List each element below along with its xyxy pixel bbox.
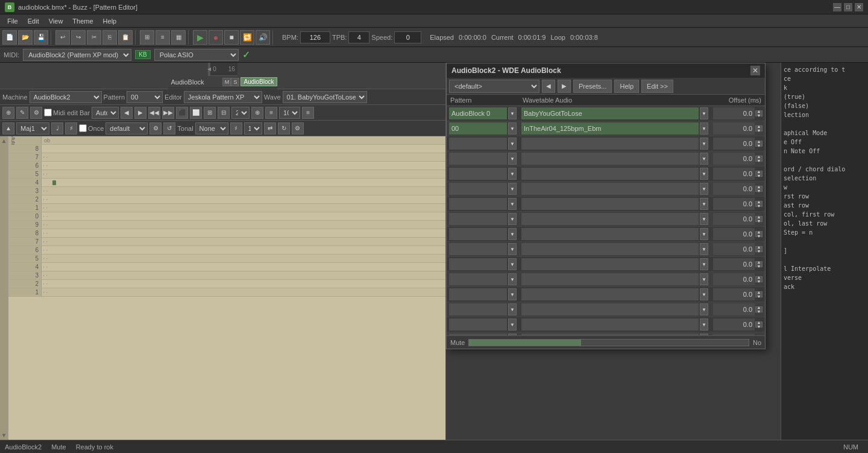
note-tb-btn-9[interactable]: ⬜	[190, 107, 202, 119]
audioblock-m-btn[interactable]: M	[222, 78, 231, 86]
wavetable-select-7[interactable]	[521, 213, 699, 225]
redo-button[interactable]: ↪	[71, 30, 86, 45]
save-button[interactable]: 💾	[34, 30, 48, 45]
note-row-cells-1[interactable]: · ·	[42, 153, 445, 161]
stop-button[interactable]: ■	[224, 30, 239, 45]
pattern-dropdown-4[interactable]: ▼	[508, 168, 517, 180]
offset-spin-6[interactable]: ▲▼	[755, 201, 763, 207]
offset-value-12[interactable]: 0.0	[713, 288, 755, 300]
pattern-view-button[interactable]: ▦	[171, 30, 186, 45]
editor-select[interactable]: Jeskola Pattern XP	[184, 91, 262, 103]
default-select[interactable]: default	[105, 122, 148, 135]
note-row-cells-10[interactable]: · ·	[42, 229, 445, 237]
pattern-select-2[interactable]	[449, 138, 507, 150]
audioblock-pattern-cell[interactable]: AudioBlock	[241, 77, 277, 86]
wavetable-select-4[interactable]	[521, 168, 699, 180]
presets-button[interactable]: Presets...	[573, 80, 612, 93]
offset-spin-9[interactable]: ▲▼	[755, 246, 763, 252]
offset-spin-11[interactable]: ▲▼	[755, 276, 763, 282]
offset-spin-1[interactable]: ▲▼	[755, 125, 763, 131]
offset-value-9[interactable]: 0.0	[713, 243, 755, 255]
wavetable-select-9[interactable]	[521, 243, 699, 255]
settings-btn[interactable]: ⚙	[292, 122, 304, 135]
wavetable-dropdown-9[interactable]: ▼	[700, 243, 708, 255]
sharp-btn[interactable]: ♯	[65, 122, 77, 135]
note-tb-btn-3[interactable]: ⚙	[30, 107, 42, 119]
wavetable-dropdown-10[interactable]: ▼	[700, 258, 708, 270]
note-tb-btn-2[interactable]: ✎	[16, 107, 28, 119]
offset-value-11[interactable]: 0.0	[713, 273, 755, 285]
pattern-dropdown-2[interactable]: ▼	[508, 138, 517, 150]
note-num-select[interactable]: 10	[279, 107, 300, 119]
offset-value-0[interactable]: 0.0	[713, 107, 755, 119]
note-row-cells-8[interactable]: · ·	[42, 212, 445, 220]
menu-file[interactable]: File	[2, 16, 23, 26]
pattern-select-15[interactable]	[449, 334, 507, 335]
wavetable-select-12[interactable]	[521, 288, 699, 300]
pattern-select-5[interactable]	[449, 183, 507, 195]
pattern-select-3[interactable]	[449, 153, 507, 165]
wavetable-select-13[interactable]	[521, 303, 699, 315]
bar-select[interactable]: Auto	[92, 107, 119, 119]
note-row-cells-15[interactable]: · ·	[42, 271, 445, 279]
pattern-dropdown-3[interactable]: ▼	[508, 153, 517, 165]
pattern-dropdown-12[interactable]: ▼	[508, 288, 517, 300]
wavetable-dropdown-11[interactable]: ▼	[700, 273, 708, 285]
offset-value-6[interactable]: 0.0	[713, 198, 755, 210]
offset-spin-3[interactable]: ▲▼	[755, 156, 763, 162]
offset-spin-4[interactable]: ▲▼	[755, 171, 763, 177]
pattern-dropdown-15[interactable]: ▼	[508, 334, 517, 335]
offset-spin-2[interactable]: ▲▼	[755, 141, 763, 147]
note-qty-select[interactable]: 2	[231, 107, 250, 119]
pattern-select-13[interactable]	[449, 303, 507, 315]
once-check[interactable]	[79, 124, 87, 132]
note-tb-btn-4[interactable]: ◀	[121, 107, 133, 119]
note-row-cells-4[interactable]	[42, 179, 445, 186]
note-row-cells-11[interactable]: · ·	[42, 238, 445, 246]
wavetable-dropdown-5[interactable]: ▼	[700, 183, 708, 195]
menu-edit[interactable]: Edit	[23, 16, 44, 26]
note-grid-scroll[interactable]: Mute ob 87· ·6· ·5· ·43· ·2· ·1· ·0· ·9·…	[8, 136, 445, 440]
seq-view-button[interactable]: ≡	[156, 30, 170, 45]
asio-select[interactable]: Polac ASIO	[154, 49, 239, 61]
menu-view[interactable]: View	[44, 16, 68, 26]
preset-nav-left[interactable]: ◀	[542, 80, 555, 93]
pattern-dropdown-13[interactable]: ▼	[508, 303, 517, 315]
preset-nav-right[interactable]: ▶	[558, 80, 571, 93]
play-from-btn[interactable]: ↻	[278, 122, 290, 135]
wavetable-dropdown-15[interactable]: ▼	[700, 334, 708, 335]
sync-btn[interactable]: ⇄	[264, 122, 276, 135]
wavetable-dropdown-7[interactable]: ▼	[700, 213, 708, 225]
cut-button[interactable]: ✂	[87, 30, 101, 45]
note-tb-btn-11[interactable]: ⊟	[218, 107, 230, 119]
note-tb-btn-6[interactable]: ◀◀	[148, 107, 160, 119]
wavetable-dropdown-14[interactable]: ▼	[700, 318, 708, 331]
wavetable-select-11[interactable]	[521, 273, 699, 285]
offset-value-2[interactable]: 0.0	[713, 138, 755, 150]
pattern-dropdown-9[interactable]: ▼	[508, 243, 517, 255]
mute-slider[interactable]	[468, 339, 749, 346]
wavetable-select-5[interactable]	[521, 183, 699, 195]
copy-button[interactable]: ⎘	[102, 30, 117, 45]
offset-value-14[interactable]: 0.0	[713, 318, 755, 331]
pattern-select-1[interactable]: 00	[449, 122, 507, 135]
note-tb-btn-1[interactable]: ⊕	[2, 107, 14, 119]
pattern-dropdown-7[interactable]: ▼	[508, 213, 517, 225]
note-row-cells-12[interactable]: · ·	[42, 246, 445, 254]
offset-spin-12[interactable]: ▲▼	[755, 291, 763, 297]
pattern-dropdown-1[interactable]: ▼	[508, 122, 517, 135]
note-tb-btn-7[interactable]: ▶▶	[162, 107, 174, 119]
note-row-cells-16[interactable]: · ·	[42, 280, 445, 288]
pattern-select-7[interactable]	[449, 213, 507, 225]
preset-select[interactable]: <default>	[449, 80, 539, 93]
wavetable-dropdown-8[interactable]: ▼	[700, 228, 708, 240]
scroll-down-arrow[interactable]: ▼	[0, 431, 8, 440]
offset-spin-0[interactable]: ▲▼	[755, 110, 763, 116]
octave-select[interactable]: 1	[244, 122, 262, 135]
pattern-dropdown-10[interactable]: ▼	[508, 258, 517, 270]
maximize-button[interactable]: □	[844, 3, 852, 11]
pattern-select-9[interactable]	[449, 243, 507, 255]
wavetable-select-2[interactable]	[521, 138, 699, 150]
midi-edit-check[interactable]	[44, 109, 52, 116]
note-row-cells-0[interactable]	[42, 145, 445, 153]
